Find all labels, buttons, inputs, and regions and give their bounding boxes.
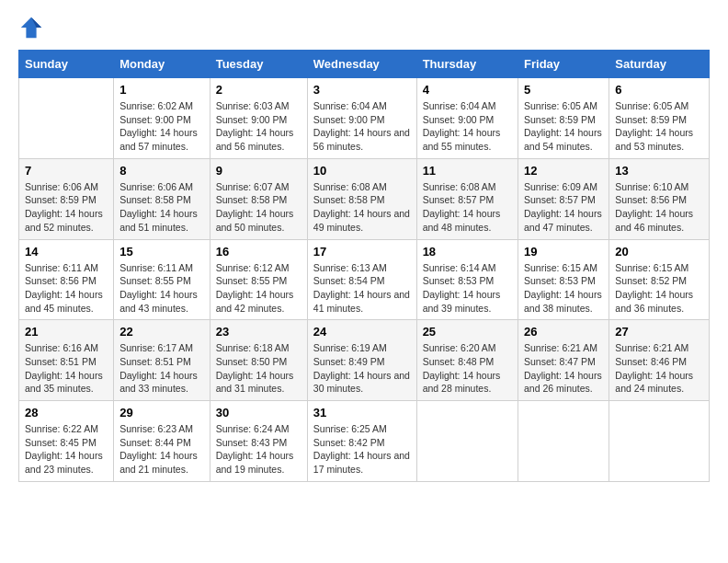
calendar-cell: 18Sunrise: 6:14 AMSunset: 8:53 PMDayligh… — [416, 239, 518, 320]
day-number: 18 — [423, 245, 512, 259]
day-number: 4 — [423, 83, 512, 97]
calendar-cell: 16Sunrise: 6:12 AMSunset: 8:55 PMDayligh… — [210, 239, 307, 320]
day-info: Sunrise: 6:23 AMSunset: 8:44 PMDaylight:… — [119, 422, 204, 477]
day-number: 27 — [615, 325, 703, 339]
day-number: 28 — [25, 406, 108, 419]
calendar-cell: 4Sunrise: 6:04 AMSunset: 9:00 PMDaylight… — [416, 78, 518, 159]
day-info: Sunrise: 6:19 AMSunset: 8:49 PMDaylight:… — [313, 341, 411, 396]
day-number: 23 — [216, 325, 301, 339]
header-day-thursday: Thursday — [416, 51, 518, 78]
calendar-cell: 11Sunrise: 6:08 AMSunset: 8:57 PMDayligh… — [416, 158, 518, 239]
calendar-cell: 30Sunrise: 6:24 AMSunset: 8:43 PMDayligh… — [210, 401, 307, 482]
day-info: Sunrise: 6:13 AMSunset: 8:54 PMDaylight:… — [313, 261, 411, 316]
day-number: 30 — [216, 406, 301, 419]
day-info: Sunrise: 6:14 AMSunset: 8:53 PMDaylight:… — [423, 261, 512, 316]
calendar-cell: 7Sunrise: 6:06 AMSunset: 8:59 PMDaylight… — [19, 158, 114, 239]
header-day-sunday: Sunday — [19, 51, 114, 78]
day-info: Sunrise: 6:07 AMSunset: 8:58 PMDaylight:… — [216, 180, 301, 235]
calendar-header-row: SundayMondayTuesdayWednesdayThursdayFrid… — [19, 51, 710, 78]
day-number: 8 — [119, 164, 204, 178]
day-info: Sunrise: 6:15 AMSunset: 8:52 PMDaylight:… — [615, 261, 703, 316]
calendar-cell: 17Sunrise: 6:13 AMSunset: 8:54 PMDayligh… — [307, 239, 416, 320]
day-info: Sunrise: 6:05 AMSunset: 8:59 PMDaylight:… — [524, 99, 603, 154]
day-number: 17 — [313, 245, 411, 259]
calendar-cell: 1Sunrise: 6:02 AMSunset: 9:00 PMDaylight… — [114, 78, 210, 159]
day-number: 10 — [313, 164, 411, 178]
day-number: 11 — [423, 164, 512, 178]
calendar-cell: 27Sunrise: 6:21 AMSunset: 8:46 PMDayligh… — [609, 320, 710, 401]
calendar-cell: 3Sunrise: 6:04 AMSunset: 9:00 PMDaylight… — [307, 78, 416, 159]
calendar-cell — [518, 401, 609, 482]
calendar-cell: 23Sunrise: 6:18 AMSunset: 8:50 PMDayligh… — [210, 320, 307, 401]
calendar-cell: 24Sunrise: 6:19 AMSunset: 8:49 PMDayligh… — [307, 320, 416, 401]
day-number: 24 — [313, 325, 411, 339]
day-info: Sunrise: 6:21 AMSunset: 8:46 PMDaylight:… — [615, 341, 703, 396]
day-info: Sunrise: 6:11 AMSunset: 8:56 PMDaylight:… — [25, 261, 108, 316]
calendar-cell: 26Sunrise: 6:21 AMSunset: 8:47 PMDayligh… — [518, 320, 609, 401]
header-day-wednesday: Wednesday — [307, 51, 416, 78]
calendar-cell — [416, 401, 518, 482]
day-info: Sunrise: 6:02 AMSunset: 9:00 PMDaylight:… — [119, 99, 204, 154]
calendar-cell: 21Sunrise: 6:16 AMSunset: 8:51 PMDayligh… — [19, 320, 114, 401]
day-info: Sunrise: 6:10 AMSunset: 8:56 PMDaylight:… — [615, 180, 703, 235]
calendar-cell: 12Sunrise: 6:09 AMSunset: 8:57 PMDayligh… — [518, 158, 609, 239]
calendar-cell: 2Sunrise: 6:03 AMSunset: 9:00 PMDaylight… — [210, 78, 307, 159]
calendar-cell: 10Sunrise: 6:08 AMSunset: 8:58 PMDayligh… — [307, 158, 416, 239]
calendar-cell: 31Sunrise: 6:25 AMSunset: 8:42 PMDayligh… — [307, 401, 416, 482]
calendar-week-row: 28Sunrise: 6:22 AMSunset: 8:45 PMDayligh… — [19, 401, 710, 482]
logo-icon — [18, 15, 44, 40]
day-info: Sunrise: 6:24 AMSunset: 8:43 PMDaylight:… — [216, 422, 301, 477]
day-info: Sunrise: 6:04 AMSunset: 9:00 PMDaylight:… — [423, 99, 512, 154]
day-number: 7 — [25, 164, 108, 178]
logo — [18, 15, 48, 40]
day-number: 5 — [524, 83, 603, 97]
calendar-week-row: 1Sunrise: 6:02 AMSunset: 9:00 PMDaylight… — [19, 78, 710, 159]
day-info: Sunrise: 6:12 AMSunset: 8:55 PMDaylight:… — [216, 261, 301, 316]
day-info: Sunrise: 6:11 AMSunset: 8:55 PMDaylight:… — [119, 261, 204, 316]
day-info: Sunrise: 6:20 AMSunset: 8:48 PMDaylight:… — [423, 341, 512, 396]
calendar-cell: 25Sunrise: 6:20 AMSunset: 8:48 PMDayligh… — [416, 320, 518, 401]
day-number: 14 — [25, 245, 108, 259]
calendar-week-row: 14Sunrise: 6:11 AMSunset: 8:56 PMDayligh… — [19, 239, 710, 320]
day-number: 12 — [524, 164, 603, 178]
day-info: Sunrise: 6:08 AMSunset: 8:57 PMDaylight:… — [423, 180, 512, 235]
header — [18, 15, 710, 40]
day-info: Sunrise: 6:09 AMSunset: 8:57 PMDaylight:… — [524, 180, 603, 235]
day-info: Sunrise: 6:15 AMSunset: 8:53 PMDaylight:… — [524, 261, 603, 316]
day-info: Sunrise: 6:22 AMSunset: 8:45 PMDaylight:… — [25, 422, 108, 477]
header-day-friday: Friday — [518, 51, 609, 78]
day-info: Sunrise: 6:04 AMSunset: 9:00 PMDaylight:… — [313, 99, 411, 154]
day-info: Sunrise: 6:05 AMSunset: 8:59 PMDaylight:… — [615, 99, 703, 154]
calendar-week-row: 21Sunrise: 6:16 AMSunset: 8:51 PMDayligh… — [19, 320, 710, 401]
day-info: Sunrise: 6:17 AMSunset: 8:51 PMDaylight:… — [119, 341, 204, 396]
day-number: 3 — [313, 83, 411, 97]
calendar-cell — [609, 401, 710, 482]
day-number: 31 — [313, 406, 411, 419]
day-number: 22 — [119, 325, 204, 339]
day-number: 15 — [119, 245, 204, 259]
day-number: 25 — [423, 325, 512, 339]
day-number: 6 — [615, 83, 703, 97]
calendar-cell: 15Sunrise: 6:11 AMSunset: 8:55 PMDayligh… — [114, 239, 210, 320]
calendar-cell — [19, 78, 114, 159]
day-info: Sunrise: 6:03 AMSunset: 9:00 PMDaylight:… — [216, 99, 301, 154]
calendar-cell: 9Sunrise: 6:07 AMSunset: 8:58 PMDaylight… — [210, 158, 307, 239]
calendar-cell: 13Sunrise: 6:10 AMSunset: 8:56 PMDayligh… — [609, 158, 710, 239]
calendar-cell: 5Sunrise: 6:05 AMSunset: 8:59 PMDaylight… — [518, 78, 609, 159]
calendar-cell: 6Sunrise: 6:05 AMSunset: 8:59 PMDaylight… — [609, 78, 710, 159]
header-day-monday: Monday — [114, 51, 210, 78]
day-info: Sunrise: 6:08 AMSunset: 8:58 PMDaylight:… — [313, 180, 411, 235]
calendar-cell: 28Sunrise: 6:22 AMSunset: 8:45 PMDayligh… — [19, 401, 114, 482]
day-number: 16 — [216, 245, 301, 259]
day-info: Sunrise: 6:18 AMSunset: 8:50 PMDaylight:… — [216, 341, 301, 396]
day-info: Sunrise: 6:25 AMSunset: 8:42 PMDaylight:… — [313, 422, 411, 477]
day-info: Sunrise: 6:21 AMSunset: 8:47 PMDaylight:… — [524, 341, 603, 396]
day-number: 13 — [615, 164, 703, 178]
day-number: 19 — [524, 245, 603, 259]
header-day-saturday: Saturday — [609, 51, 710, 78]
calendar-cell: 29Sunrise: 6:23 AMSunset: 8:44 PMDayligh… — [114, 401, 210, 482]
day-number: 2 — [216, 83, 301, 97]
calendar-table: SundayMondayTuesdayWednesdayThursdayFrid… — [18, 50, 710, 482]
day-number: 9 — [216, 164, 301, 178]
calendar-cell: 19Sunrise: 6:15 AMSunset: 8:53 PMDayligh… — [518, 239, 609, 320]
